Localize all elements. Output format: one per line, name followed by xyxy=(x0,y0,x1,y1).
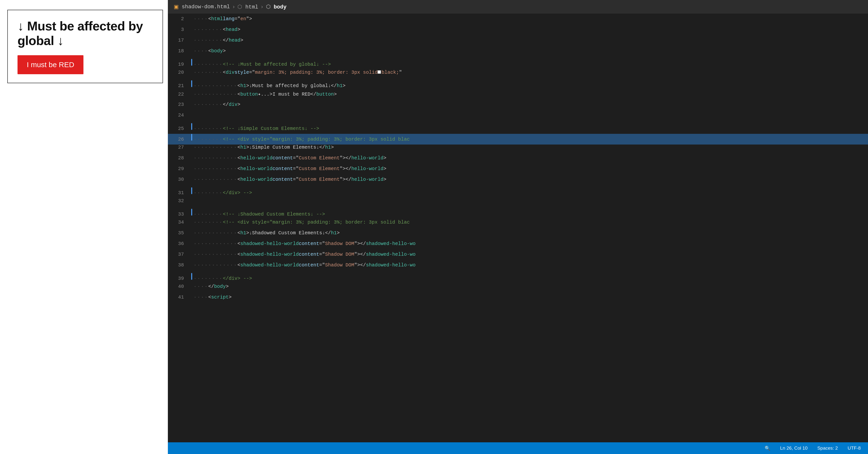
code-line-22: 22 ············ <button ✦... > I must be… xyxy=(168,91,868,102)
cursor-position: Ln 26, Col 10 xyxy=(780,446,808,451)
code-line-35: 35 ············ <h1> ↓Shadowed Custom El… xyxy=(168,230,868,241)
spaces-setting: Spaces: 2 xyxy=(817,446,838,451)
code-line-39: 39 ········ </div> --> xyxy=(168,273,868,284)
breadcrumb-file: shadow-dom.html xyxy=(182,4,230,10)
code-line-18: 18 ···· <body> xyxy=(168,48,868,59)
code-line-17: 17 ········ </head> xyxy=(168,37,868,48)
breadcrumb-tag1: ⬡ html xyxy=(238,4,258,10)
code-line-29: 29 ············ <hello-world content="Cu… xyxy=(168,166,868,177)
code-line-2: 2 ···· <html lang="en"> xyxy=(168,16,868,27)
code-line-34: 34 ········ <!-- <div style="margin: 3%;… xyxy=(168,219,868,230)
code-line-26: 26 ········ <!-- <div style="margin: 3%;… xyxy=(168,134,868,145)
code-line-21: 21 ············ <h1> ↓Must be affected b… xyxy=(168,80,868,91)
editor-titlebar: ▣ shadow-dom.html › ⬡ html › ⬡ body xyxy=(168,0,868,13)
code-line-40: 40 ···· </body> xyxy=(168,284,868,294)
code-line-32: 32 xyxy=(168,198,868,209)
magnifier-icon: 🔍 xyxy=(765,446,770,451)
code-line-28: 28 ············ <hello-world content="Cu… xyxy=(168,155,868,166)
red-button[interactable]: I must be RED xyxy=(18,55,84,74)
code-line-38: 38 ············ <shadowed-hello-world co… xyxy=(168,262,868,273)
magnifier-symbol: 🔍 xyxy=(765,446,770,451)
code-line-23: 23 ········ </div> xyxy=(168,102,868,113)
code-line-20: 20 ········ <div style="margin: 3%; padd… xyxy=(168,69,868,80)
code-line-31: 31 ········ </div> --> xyxy=(168,187,868,198)
code-area: 2 ···· <html lang="en"> 3 ········ <head… xyxy=(168,13,868,442)
code-line-41: 41 ···· <script> xyxy=(168,294,868,305)
code-line-25: 25 ········ <!-- ↓Simple Custom Elements… xyxy=(168,123,868,134)
code-line-19: 19 ········ <!-- ↓Must be affected by gl… xyxy=(168,59,868,69)
encoding: UTF-8 xyxy=(847,446,861,451)
code-line-37: 37 ············ <shadowed-hello-world co… xyxy=(168,251,868,262)
file-icon: ▣ xyxy=(174,4,179,10)
breadcrumb-sep-2: › xyxy=(261,4,263,10)
code-line-30: 30 ············ <hello-world content="Cu… xyxy=(168,177,868,187)
status-bar: 🔍 Ln 26, Col 10 Spaces: 2 UTF-8 xyxy=(168,442,868,454)
code-line-24: 24 xyxy=(168,113,868,123)
preview-panel: ↓ Must be affected by global ↓ I must be… xyxy=(0,0,168,454)
preview-title: ↓ Must be affected by global ↓ xyxy=(18,19,153,48)
code-line-27: 27 ············ <h1> ↓Simple Custom Elem… xyxy=(168,145,868,155)
code-editor-panel: ▣ shadow-dom.html › ⬡ html › ⬡ body 2 ··… xyxy=(168,0,868,454)
breadcrumb-sep-1: › xyxy=(233,4,235,10)
preview-box: ↓ Must be affected by global ↓ I must be… xyxy=(7,10,163,83)
code-line-33: 33 ········ <!-- ↓Shadowed Custom Elemen… xyxy=(168,209,868,219)
code-line-3: 3 ········ <head> xyxy=(168,27,868,37)
breadcrumb-tag2: ⬡ body xyxy=(266,4,286,10)
code-line-36: 36 ············ <shadowed-hello-world co… xyxy=(168,241,868,251)
